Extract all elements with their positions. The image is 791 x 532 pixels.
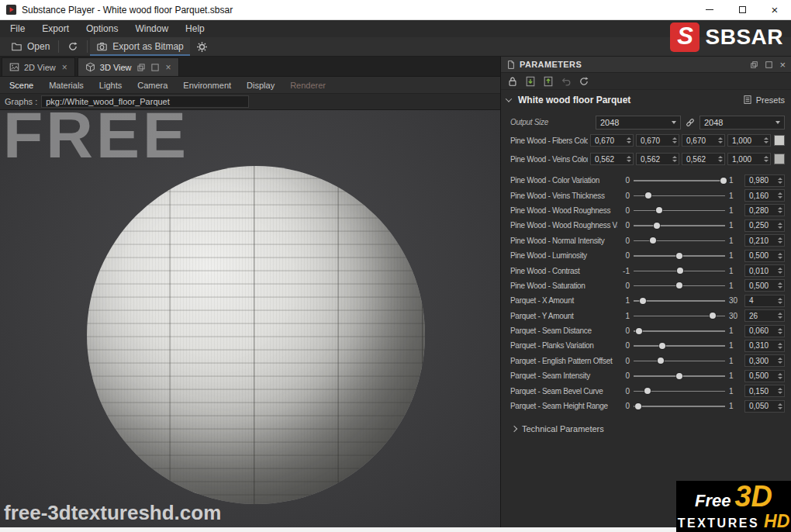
slider-handle[interactable] — [720, 178, 727, 184]
slider-handle[interactable] — [658, 358, 664, 364]
color-g-field[interactable]: 0,670 — [636, 134, 679, 147]
param-value-field[interactable]: 0,250 — [744, 219, 785, 232]
color-g-field[interactable]: 0,562 — [636, 153, 679, 165]
export-bitmap-button[interactable]: Export as Bitmap — [90, 37, 189, 56]
spinner-icon[interactable] — [777, 371, 783, 381]
color-r-field[interactable]: 0,562 — [590, 153, 634, 165]
close-button[interactable]: × — [758, 0, 791, 19]
param-value-field[interactable]: 26 — [744, 309, 785, 322]
slider-handle[interactable] — [635, 403, 641, 409]
param-value-field[interactable]: 0,980 — [744, 174, 785, 187]
subtab-lights[interactable]: Lights — [92, 81, 130, 90]
output-width-select[interactable]: 2048 — [596, 116, 681, 130]
slider-handle[interactable] — [676, 373, 682, 379]
reset-parameters-icon[interactable] — [579, 76, 589, 87]
minimize-button[interactable] — [693, 0, 726, 19]
3d-viewport[interactable]: FREE free-3dtextureshd.com — [0, 110, 500, 527]
spinner-icon[interactable] — [777, 326, 783, 336]
float-panel-icon[interactable] — [750, 60, 758, 69]
color-a-field[interactable]: 1,000 — [727, 134, 771, 147]
spinner-icon[interactable] — [717, 154, 724, 164]
param-slider[interactable] — [634, 175, 725, 185]
menu-item[interactable]: File — [2, 23, 33, 34]
spinner-icon[interactable] — [777, 386, 783, 396]
import-preset-icon[interactable] — [543, 76, 554, 87]
param-slider[interactable] — [634, 401, 725, 411]
color-b-field[interactable]: 0,670 — [682, 134, 725, 147]
subtab-environment[interactable]: Environment — [175, 81, 239, 90]
spinner-icon[interactable] — [672, 136, 678, 145]
slider-handle[interactable] — [677, 268, 683, 274]
slider-handle[interactable] — [710, 313, 716, 319]
material-preview-sphere[interactable] — [87, 166, 425, 504]
slider-handle[interactable] — [640, 298, 646, 304]
float-view-icon[interactable] — [136, 63, 146, 72]
param-value-field[interactable]: 0,280 — [744, 204, 785, 216]
slider-track[interactable] — [634, 406, 725, 407]
color-b-field[interactable]: 0,562 — [682, 153, 725, 165]
maximize-button[interactable] — [726, 0, 758, 19]
slider-handle[interactable] — [645, 192, 651, 199]
param-slider[interactable] — [634, 281, 725, 291]
spinner-icon[interactable] — [777, 341, 783, 351]
spinner-icon[interactable] — [777, 206, 783, 215]
slider-handle[interactable] — [636, 328, 642, 334]
subtab-display[interactable]: Display — [239, 81, 282, 90]
param-value-field[interactable]: 0,500 — [744, 250, 785, 262]
spinner-icon[interactable] — [717, 136, 724, 145]
param-value-field[interactable]: 0,310 — [744, 340, 785, 352]
tab-2d-view[interactable]: 2D View × — [2, 57, 75, 76]
open-button[interactable]: Open — [5, 37, 56, 56]
param-value-field[interactable]: 0,060 — [744, 325, 785, 337]
slider-handle[interactable] — [650, 237, 656, 244]
menu-item[interactable]: Window — [126, 23, 177, 34]
param-slider[interactable] — [634, 311, 725, 321]
slider-handle[interactable] — [676, 282, 682, 288]
param-value-field[interactable]: 0,050 — [744, 400, 785, 413]
slider-handle[interactable] — [656, 207, 662, 213]
param-value-field[interactable]: 4 — [744, 295, 785, 307]
color-r-field[interactable]: 0,670 — [590, 134, 634, 147]
param-value-field[interactable]: 0,210 — [744, 234, 785, 247]
color-swatch[interactable] — [774, 154, 785, 164]
param-value-field[interactable]: 0,500 — [744, 370, 785, 382]
spinner-icon[interactable] — [672, 154, 678, 164]
slider-track[interactable] — [634, 330, 725, 332]
slider-track[interactable] — [634, 225, 725, 226]
output-height-select[interactable]: 2048 — [699, 116, 785, 130]
subtab-camera[interactable]: Camera — [130, 81, 175, 90]
slider-handle[interactable] — [659, 343, 665, 349]
param-value-field[interactable]: 0,300 — [744, 354, 785, 367]
spinner-icon[interactable] — [763, 154, 769, 164]
spinner-icon[interactable] — [626, 154, 632, 164]
tab-3d-view[interactable]: 3D View × — [78, 57, 179, 76]
color-a-field[interactable]: 1,000 — [727, 153, 771, 165]
spinner-icon[interactable] — [777, 311, 783, 320]
menu-item[interactable]: Export — [33, 23, 78, 34]
spinner-icon[interactable] — [777, 402, 783, 411]
menu-item[interactable]: Help — [177, 23, 213, 34]
spinner-icon[interactable] — [777, 281, 783, 290]
param-value-field[interactable]: 0,010 — [744, 264, 785, 277]
spinner-icon[interactable] — [763, 136, 769, 145]
param-slider[interactable] — [634, 220, 725, 230]
close-panel-icon[interactable]: × — [779, 60, 786, 70]
spinner-icon[interactable] — [777, 296, 783, 306]
param-slider[interactable] — [634, 266, 725, 276]
graph-path-field[interactable]: pkg://White_wood_floor_Parquet — [41, 95, 249, 108]
slider-track[interactable] — [634, 180, 725, 181]
menu-item[interactable]: Options — [78, 23, 126, 34]
param-slider[interactable] — [634, 236, 725, 246]
param-slider[interactable] — [634, 340, 725, 351]
slider-track[interactable] — [634, 361, 725, 362]
slider-track[interactable] — [634, 345, 725, 347]
slider-handle[interactable] — [644, 388, 651, 394]
link-size-button[interactable] — [683, 116, 697, 130]
param-slider[interactable] — [634, 386, 725, 396]
close-tab-icon[interactable]: × — [62, 62, 67, 73]
export-preset-icon[interactable] — [525, 76, 536, 87]
param-slider[interactable] — [634, 295, 725, 306]
param-slider[interactable] — [634, 206, 725, 216]
spinner-icon[interactable] — [777, 176, 783, 185]
refresh-button[interactable] — [61, 37, 85, 56]
